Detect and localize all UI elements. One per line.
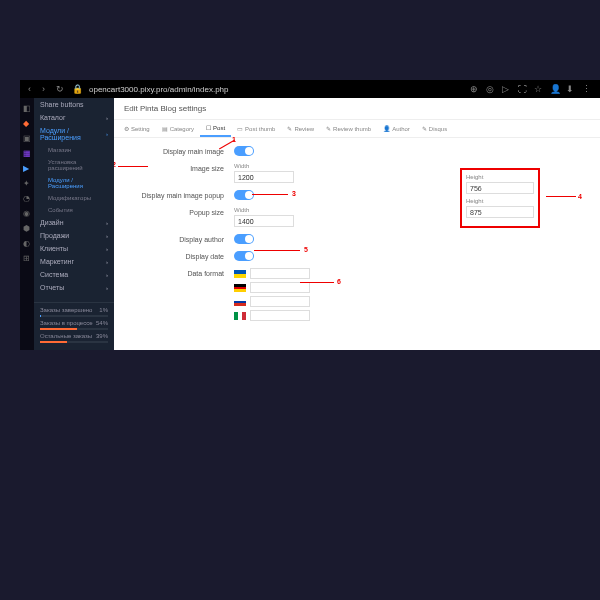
sidebar-sub-store[interactable]: Магазин [34, 144, 114, 156]
flag-it-icon [234, 312, 246, 320]
chevron-right-icon: › [106, 131, 108, 137]
flag-ua-icon [234, 270, 246, 278]
tab-author[interactable]: 👤Author [377, 120, 416, 137]
app-icon-8[interactable]: ◉ [23, 209, 31, 217]
chevron-right-icon: › [106, 246, 108, 252]
file-icon: ☐ [206, 124, 211, 131]
app-icon-10[interactable]: ◐ [23, 239, 31, 247]
tb-icon-5[interactable]: ☆ [534, 84, 544, 94]
sidebar-item-reports[interactable]: Отчеты› [34, 281, 114, 294]
tab-review[interactable]: ✎Review [281, 120, 320, 137]
height-highlight-box: Height Height [460, 168, 540, 228]
sidebar-item-modules[interactable]: Модули / Расширения› [34, 124, 114, 144]
app-icon-6[interactable]: ✦ [23, 179, 31, 187]
label-image-size: Image size [124, 163, 234, 172]
pencil-icon: ✎ [326, 125, 331, 132]
app-icon-3[interactable]: ▣ [23, 134, 31, 142]
chevron-right-icon: › [106, 233, 108, 239]
tab-category[interactable]: ▤Category [156, 120, 200, 137]
chevron-right-icon: › [106, 272, 108, 278]
annotation-3: 3 [292, 190, 296, 197]
sidebar-item-system[interactable]: Система› [34, 268, 114, 281]
label-height: Height [466, 174, 534, 180]
tb-icon-6[interactable]: 👤 [550, 84, 560, 94]
url-bar[interactable]: opencart3000.pixy.pro/admin/index.php [89, 85, 464, 94]
settings-form: Display main image Image size Width Disp… [114, 138, 600, 336]
input-image-height[interactable] [466, 182, 534, 194]
app-icon-5[interactable]: ▶ [23, 164, 31, 172]
back-icon[interactable]: ‹ [28, 84, 38, 94]
arrow-6 [300, 282, 334, 283]
lock-icon: 🔒 [72, 84, 83, 94]
chevron-right-icon: › [106, 259, 108, 265]
reload-icon[interactable]: ↻ [56, 84, 66, 94]
app-icon-9[interactable]: ⬢ [23, 224, 31, 232]
sidebar-sub-modules[interactable]: Модули / Расширения [34, 174, 114, 192]
tb-icon-3[interactable]: ▷ [502, 84, 512, 94]
label-display-main-image: Display main image [124, 146, 234, 155]
tb-icon-1[interactable]: ⊕ [470, 84, 480, 94]
forward-icon[interactable]: › [42, 84, 52, 94]
input-image-width[interactable] [234, 171, 294, 183]
page-title: Edit Pinta Blog settings [114, 98, 600, 120]
label-display-date: Display date [124, 251, 234, 260]
sidebar-item-sales[interactable]: Продажи› [34, 229, 114, 242]
annotation-6: 6 [337, 278, 341, 285]
sidebar-sub-events[interactable]: События [34, 204, 114, 216]
input-popup-height[interactable] [466, 206, 534, 218]
download-icon[interactable]: ⬇ [566, 84, 576, 94]
browser-topbar: ‹ › ↻ 🔒 opencart3000.pixy.pro/admin/inde… [20, 80, 600, 98]
app-icon-11[interactable]: ⊞ [23, 254, 31, 262]
flag-de-icon [234, 284, 246, 292]
input-format-de[interactable] [250, 282, 310, 293]
label-width: Width [234, 207, 294, 213]
toggle-display-main-image-popup[interactable] [234, 190, 254, 200]
content-area: Edit Pinta Blog settings ⚙Setting ▤Categ… [114, 98, 600, 350]
chevron-right-icon: › [106, 285, 108, 291]
toggle-display-author[interactable] [234, 234, 254, 244]
chevron-right-icon: › [106, 115, 108, 121]
tb-icon-4[interactable]: ⛶ [518, 84, 528, 94]
label-data-format: Data format [124, 268, 234, 277]
app-icon-4[interactable]: ▦ [23, 149, 31, 157]
sidebar-item-marketing[interactable]: Маркетинг› [34, 255, 114, 268]
input-format-ru[interactable] [250, 296, 310, 307]
flag-ru-icon [234, 298, 246, 306]
tab-disqus[interactable]: ✎Disqus [416, 120, 453, 137]
label-popup-size: Popup size [124, 207, 234, 216]
tab-post[interactable]: ☐Post [200, 120, 231, 137]
user-icon: 👤 [383, 125, 390, 132]
sidebar-sub-installer[interactable]: Установка расширений [34, 156, 114, 174]
tab-post-thumb[interactable]: ▭Post thumb [231, 120, 281, 137]
toggle-display-date[interactable] [234, 251, 254, 261]
tab-review-thumb[interactable]: ✎Review thumb [320, 120, 377, 137]
input-popup-width[interactable] [234, 215, 294, 227]
input-format-ua[interactable] [250, 268, 310, 279]
app-icon-1[interactable]: ◧ [23, 104, 31, 112]
app-icon-7[interactable]: ◔ [23, 194, 31, 202]
menu-icon[interactable]: ⋮ [582, 84, 592, 94]
tab-setting[interactable]: ⚙Setting [118, 120, 156, 137]
label-height: Height [466, 198, 534, 204]
annotation-4: 4 [578, 193, 582, 200]
app-icon-2[interactable]: ◆ [23, 119, 31, 127]
sidebar-item-customers[interactable]: Клиенты› [34, 242, 114, 255]
label-display-main-image-popup: Display main image popup [124, 190, 234, 199]
bubble-icon: ✎ [422, 125, 427, 132]
toggle-display-main-image[interactable] [234, 146, 254, 156]
pencil-icon: ✎ [287, 125, 292, 132]
annotation-5: 5 [304, 246, 308, 253]
arrow-5 [254, 250, 300, 251]
gear-icon: ⚙ [124, 125, 129, 132]
image-icon: ▭ [237, 125, 243, 132]
sidebar-item-design[interactable]: Дизайн› [34, 216, 114, 229]
sidebar-item-share[interactable]: Share buttons [34, 98, 114, 111]
sidebar-item-catalog[interactable]: Каталог› [34, 111, 114, 124]
stats-panel: Заказы завершено1% Заказы в процессе54% … [34, 302, 114, 350]
chevron-right-icon: › [106, 220, 108, 226]
label-width: Width [234, 163, 294, 169]
arrow-3 [252, 194, 288, 195]
sidebar-sub-modifications[interactable]: Модификаторы [34, 192, 114, 204]
input-format-it[interactable] [250, 310, 310, 321]
tb-icon-2[interactable]: ◎ [486, 84, 496, 94]
